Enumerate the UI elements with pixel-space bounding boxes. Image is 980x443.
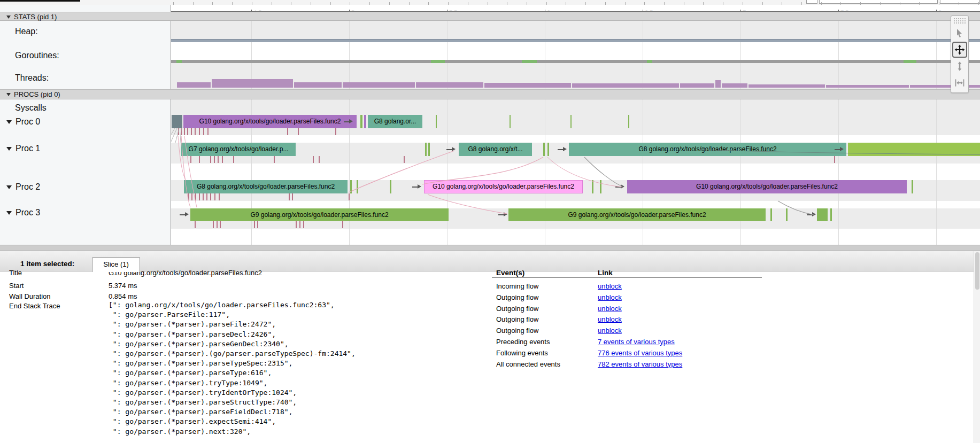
goroutines-running-segment: [647, 60, 652, 63]
vertical-zoom-tool-button[interactable]: [952, 58, 967, 74]
sidebar-track-label-syscalls[interactable]: Syscalls: [15, 103, 47, 113]
flow-arrow-head: [185, 212, 189, 216]
trace-slice[interactable]: [830, 208, 832, 221]
trace-slice[interactable]: [428, 143, 430, 156]
tab-slice[interactable]: Slice (1): [92, 257, 140, 272]
trace-slice[interactable]: G8 golang.org/x/tools/go/loader.parseFil…: [569, 143, 846, 156]
goroutines-count-band: [171, 60, 980, 63]
section-header-procs[interactable]: PROCS (pid 0): [0, 89, 980, 99]
selection-count-label: 1 item selected:: [20, 260, 74, 268]
trace-slice[interactable]: [350, 180, 352, 193]
flow-event-tick: [188, 193, 189, 200]
trace-slice[interactable]: [364, 115, 366, 128]
track-label-text: Heap:: [15, 27, 38, 36]
analysis-panel: 1 item selected: Slice (1) TitleG10 gola…: [0, 251, 980, 443]
trace-slice[interactable]: [172, 115, 182, 128]
trace-slice[interactable]: [600, 180, 601, 193]
threads-usage-bar: [826, 85, 909, 88]
collapse-triangle-icon: [6, 93, 11, 96]
goroutines-running-segment: [176, 60, 182, 63]
section-title: PROCS (pid 0): [14, 90, 60, 98]
flow-event-tick: [335, 128, 336, 135]
event-link[interactable]: 7 events of various types: [598, 338, 675, 346]
selection-tool-button[interactable]: [952, 25, 967, 41]
threads-usage-bar: [722, 83, 747, 88]
flow-event-tick: [299, 221, 300, 228]
event-link[interactable]: 776 events of various types: [598, 349, 682, 357]
section-header-stats[interactable]: STATS (pid 1): [0, 12, 980, 21]
trace-slice[interactable]: [543, 143, 545, 156]
trace-slice[interactable]: [912, 180, 913, 193]
flow-arrow-icon: [498, 212, 507, 217]
sidebar-track-label-proc-1[interactable]: Proc 1: [6, 144, 40, 153]
flow-event-tick: [298, 128, 299, 135]
event-link[interactable]: unblock: [598, 293, 622, 301]
trace-slice[interactable]: [628, 115, 629, 128]
analysis-scrollbar[interactable]: [974, 251, 980, 443]
toolbar-drag-handle[interactable]: [953, 18, 966, 24]
trace-slice[interactable]: G10 golang.org/x/tools/go/loader.parseFi…: [627, 180, 907, 193]
trace-slice[interactable]: G9 golang.org/x/tools/go/loader.parseFil…: [508, 208, 766, 221]
trace-slice-selected[interactable]: G10 golang.org/x/tools/go/loader.parseFi…: [424, 180, 583, 193]
trace-slice[interactable]: [786, 208, 788, 221]
trace-slice[interactable]: [436, 115, 437, 128]
detail-field-value: 0.854 ms: [109, 292, 137, 300]
pan-tool-button[interactable]: [952, 42, 967, 58]
trace-slice[interactable]: [510, 115, 511, 128]
scrollbar-thumb[interactable]: [975, 252, 979, 290]
track-label-text: Proc 2: [16, 182, 40, 191]
minimap-range-box-2[interactable]: [940, 0, 980, 4]
threads-usage-bar: [910, 85, 980, 88]
pan-move-icon: [954, 44, 966, 56]
trace-slice[interactable]: G7 golang.org/x/tools/go/loader.p...: [181, 143, 296, 156]
minimap-handle-box[interactable]: [806, 0, 817, 4]
threads-usage-bar: [343, 82, 415, 88]
track-label-text: Proc 1: [16, 144, 40, 153]
flow-arrow-head: [563, 147, 567, 151]
trace-slice[interactable]: [570, 115, 572, 128]
flow-event-tick: [217, 221, 218, 228]
section-title: STATS (pid 1): [14, 13, 57, 21]
trace-slice[interactable]: G8 golang.or...: [368, 115, 422, 128]
trace-slice[interactable]: [547, 143, 549, 156]
timing-span-icon: [954, 77, 966, 88]
heap-usage-band: [171, 39, 980, 42]
sidebar-track-label-proc-2[interactable]: Proc 2: [6, 182, 40, 192]
panel-splitter[interactable]: [0, 245, 980, 251]
flow-event-tick: [199, 128, 200, 135]
trace-slice[interactable]: G9 golang.org/x/tools/go/loader.parseFil…: [190, 208, 449, 221]
trace-slice[interactable]: [848, 143, 980, 156]
trace-slice[interactable]: [357, 180, 358, 193]
trace-slice[interactable]: [390, 180, 391, 193]
flow-event-tick: [404, 156, 405, 163]
trace-slice[interactable]: G8 golang.org/x/tools/go/loader.parseFil…: [184, 180, 348, 193]
sidebar-track-label-heap: Heap:: [15, 27, 38, 36]
event-link[interactable]: unblock: [598, 327, 622, 335]
flow-arrow-head: [504, 212, 507, 216]
flow-event-tick: [342, 221, 343, 228]
flow-arrow-icon: [807, 212, 816, 217]
trace-slice[interactable]: G10 golang.org/x/tools/go/loader.parseFi…: [183, 115, 357, 128]
event-link[interactable]: unblock: [598, 305, 622, 313]
threads-usage-bar: [572, 83, 679, 88]
trace-slice[interactable]: [360, 115, 362, 128]
event-link[interactable]: unblock: [598, 315, 622, 323]
event-link[interactable]: 782 events of various types: [598, 360, 682, 368]
sidebar-track-label-proc-0[interactable]: Proc 0: [6, 117, 40, 127]
flow-event-tick: [296, 221, 297, 228]
minimap-range-box[interactable]: [819, 0, 938, 4]
timing-tool-button[interactable]: [952, 75, 967, 91]
trace-slice[interactable]: [592, 180, 593, 193]
event-link[interactable]: unblock: [598, 282, 622, 290]
trace-slice[interactable]: [425, 143, 427, 156]
sidebar-track-label-proc-3[interactable]: Proc 3: [6, 208, 40, 217]
flow-event-tick: [195, 221, 196, 228]
threads-usage-bar: [748, 84, 825, 88]
events-header-rule: [492, 277, 762, 278]
trace-slice[interactable]: [770, 208, 772, 221]
trace-slice[interactable]: G8 golang.org/x/t...: [459, 143, 532, 156]
trace-slice[interactable]: [817, 208, 828, 221]
flow-event-tick: [199, 193, 200, 200]
mode-toolbar: [951, 15, 969, 93]
threads-usage-bar: [212, 79, 293, 88]
